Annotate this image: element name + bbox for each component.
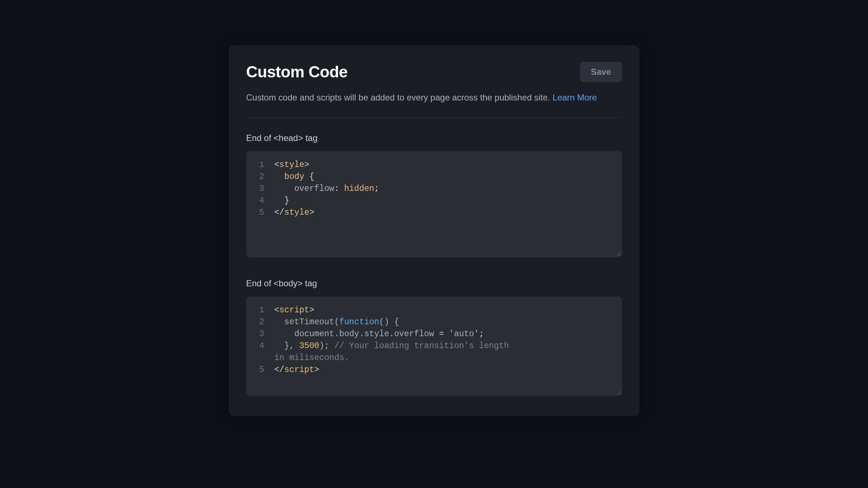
head-section-label: End of <head> tag bbox=[246, 133, 622, 143]
line-content: body { bbox=[275, 171, 622, 183]
line-number: 4 bbox=[246, 340, 275, 352]
code-line: 2 body { bbox=[246, 171, 622, 183]
line-content: document.body.style.overflow = 'auto'; bbox=[275, 328, 622, 340]
line-number: 3 bbox=[246, 183, 275, 195]
line-number: 3 bbox=[246, 328, 275, 340]
save-button[interactable]: Save bbox=[580, 62, 622, 82]
line-number: 2 bbox=[246, 316, 275, 328]
line-content: </script> bbox=[275, 364, 622, 376]
line-content: </style> bbox=[275, 207, 622, 219]
code-line: 3 overflow: hidden; bbox=[246, 183, 622, 195]
code-line: 5</style> bbox=[246, 207, 622, 219]
divider bbox=[246, 117, 622, 118]
line-content: overflow: hidden; bbox=[275, 183, 622, 195]
code-line: 3 document.body.style.overflow = 'auto'; bbox=[246, 328, 622, 340]
line-content: <script> bbox=[275, 304, 622, 316]
line-number: 1 bbox=[246, 304, 275, 316]
code-line: 2 setTimeout(function() { bbox=[246, 316, 622, 328]
code-line: 4 } bbox=[246, 195, 622, 207]
line-content: } bbox=[275, 195, 622, 207]
body-code-editor[interactable]: 1<script>2 setTimeout(function() {3 docu… bbox=[246, 296, 622, 396]
page-title: Custom Code bbox=[246, 63, 348, 81]
line-number: 4 bbox=[246, 195, 275, 207]
body-section-label: End of <body> tag bbox=[246, 278, 622, 288]
code-line-wrap: in miliseconds. bbox=[246, 352, 622, 364]
code-line: 5</script> bbox=[246, 364, 622, 376]
line-number: 1 bbox=[246, 159, 275, 171]
code-line: 1<style> bbox=[246, 159, 622, 171]
head-code-editor[interactable]: 1<style>2 body {3 overflow: hidden;4 }5<… bbox=[246, 151, 622, 257]
line-number: 2 bbox=[246, 171, 275, 183]
resize-handle-icon[interactable] bbox=[616, 251, 621, 256]
code-line: 1<script> bbox=[246, 304, 622, 316]
header-row: Custom Code Save bbox=[246, 62, 622, 82]
line-number: 5 bbox=[246, 364, 275, 376]
line-content: setTimeout(function() { bbox=[275, 316, 622, 328]
resize-handle-icon[interactable] bbox=[616, 389, 621, 394]
learn-more-link[interactable]: Learn More bbox=[553, 93, 597, 102]
line-content: }, 3500); // Your loading transition's l… bbox=[275, 340, 622, 352]
description-text: Custom code and scripts will be added to… bbox=[246, 93, 553, 102]
line-number: 5 bbox=[246, 207, 275, 219]
code-line: 4 }, 3500); // Your loading transition's… bbox=[246, 340, 622, 352]
custom-code-panel: Custom Code Save Custom code and scripts… bbox=[229, 45, 639, 416]
line-content: <style> bbox=[275, 159, 622, 171]
page-description: Custom code and scripts will be added to… bbox=[246, 91, 622, 104]
